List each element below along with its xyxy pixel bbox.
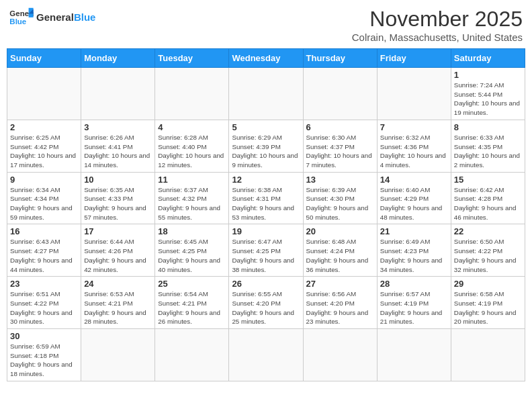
day-number: 14 [380, 175, 448, 185]
day-number: 6 [306, 122, 374, 132]
month-title: November 2025 [352, 7, 523, 32]
calendar-cell: 9Sunrise: 6:34 AM Sunset: 4:34 PM Daylig… [7, 172, 81, 224]
day-number: 11 [158, 175, 226, 185]
calendar-cell: 12Sunrise: 6:38 AM Sunset: 4:31 PM Dayli… [229, 172, 303, 224]
day-number: 24 [84, 279, 152, 289]
day-info: Sunrise: 6:45 AM Sunset: 4:25 PM Dayligh… [158, 237, 226, 274]
day-info: Sunrise: 6:50 AM Sunset: 4:22 PM Dayligh… [454, 237, 522, 274]
day-number: 12 [232, 175, 300, 185]
calendar-cell [155, 329, 229, 381]
calendar-cell: 7Sunrise: 6:32 AM Sunset: 4:36 PM Daylig… [377, 120, 451, 172]
calendar-cell [229, 68, 303, 120]
day-number: 8 [454, 122, 522, 132]
day-number: 1 [454, 70, 522, 80]
day-info: Sunrise: 6:37 AM Sunset: 4:32 PM Dayligh… [158, 185, 226, 222]
calendar-header-row: SundayMondayTuesdayWednesdayThursdayFrid… [7, 49, 525, 68]
day-number: 9 [10, 175, 78, 185]
day-number: 10 [84, 175, 152, 185]
calendar-cell [377, 329, 451, 381]
day-of-week-header: Tuesday [155, 49, 229, 68]
calendar-cell: 8Sunrise: 6:33 AM Sunset: 4:35 PM Daylig… [451, 120, 525, 172]
day-of-week-header: Sunday [7, 49, 81, 68]
day-of-week-header: Monday [81, 49, 155, 68]
day-info: Sunrise: 6:58 AM Sunset: 4:19 PM Dayligh… [454, 289, 522, 326]
location-title: Colrain, Massachusetts, United States [352, 32, 523, 43]
title-area: November 2025 Colrain, Massachusetts, Un… [352, 7, 523, 43]
day-info: Sunrise: 6:44 AM Sunset: 4:26 PM Dayligh… [84, 237, 152, 274]
calendar-cell: 24Sunrise: 6:53 AM Sunset: 4:21 PM Dayli… [81, 277, 155, 329]
calendar-cell: 6Sunrise: 6:30 AM Sunset: 4:37 PM Daylig… [303, 120, 377, 172]
day-number: 23 [10, 279, 78, 289]
calendar-cell [451, 329, 525, 381]
day-number: 2 [10, 122, 78, 132]
calendar-cell [303, 68, 377, 120]
day-info: Sunrise: 6:47 AM Sunset: 4:25 PM Dayligh… [232, 237, 300, 274]
day-info: Sunrise: 6:53 AM Sunset: 4:21 PM Dayligh… [84, 289, 152, 326]
day-info: Sunrise: 6:49 AM Sunset: 4:23 PM Dayligh… [380, 237, 448, 274]
calendar-cell: 18Sunrise: 6:45 AM Sunset: 4:25 PM Dayli… [155, 224, 229, 277]
day-info: Sunrise: 7:24 AM Sunset: 5:44 PM Dayligh… [454, 81, 522, 118]
calendar-cell: 4Sunrise: 6:28 AM Sunset: 4:40 PM Daylig… [155, 120, 229, 172]
svg-text:Blue: Blue [9, 17, 26, 26]
day-info: Sunrise: 6:29 AM Sunset: 4:39 PM Dayligh… [232, 133, 300, 170]
day-info: Sunrise: 6:43 AM Sunset: 4:27 PM Dayligh… [10, 237, 78, 274]
calendar-week-row: 16Sunrise: 6:43 AM Sunset: 4:27 PM Dayli… [7, 224, 525, 277]
day-info: Sunrise: 6:33 AM Sunset: 4:35 PM Dayligh… [454, 133, 522, 170]
day-number: 7 [380, 122, 448, 132]
calendar-cell: 23Sunrise: 6:51 AM Sunset: 4:22 PM Dayli… [7, 277, 81, 329]
calendar-cell [81, 68, 155, 120]
day-info: Sunrise: 6:40 AM Sunset: 4:29 PM Dayligh… [380, 185, 448, 222]
logo: General Blue GeneralBlue [9, 7, 95, 27]
day-info: Sunrise: 6:55 AM Sunset: 4:20 PM Dayligh… [232, 289, 300, 326]
day-info: Sunrise: 6:48 AM Sunset: 4:24 PM Dayligh… [306, 237, 374, 274]
calendar-cell [155, 68, 229, 120]
calendar-cell: 3Sunrise: 6:26 AM Sunset: 4:41 PM Daylig… [81, 120, 155, 172]
day-info: Sunrise: 6:28 AM Sunset: 4:40 PM Dayligh… [158, 133, 226, 170]
calendar-cell: 13Sunrise: 6:39 AM Sunset: 4:30 PM Dayli… [303, 172, 377, 224]
calendar-cell [377, 68, 451, 120]
calendar-week-row: 23Sunrise: 6:51 AM Sunset: 4:22 PM Dayli… [7, 277, 525, 329]
day-info: Sunrise: 6:59 AM Sunset: 4:18 PM Dayligh… [10, 342, 78, 379]
day-info: Sunrise: 6:35 AM Sunset: 4:33 PM Dayligh… [84, 185, 152, 222]
calendar-cell [7, 68, 81, 120]
calendar-cell: 1Sunrise: 7:24 AM Sunset: 5:44 PM Daylig… [451, 68, 525, 120]
day-info: Sunrise: 6:32 AM Sunset: 4:36 PM Dayligh… [380, 133, 448, 170]
calendar-week-row: 9Sunrise: 6:34 AM Sunset: 4:34 PM Daylig… [7, 172, 525, 224]
day-number: 15 [454, 175, 522, 185]
day-info: Sunrise: 6:38 AM Sunset: 4:31 PM Dayligh… [232, 185, 300, 222]
calendar-cell: 14Sunrise: 6:40 AM Sunset: 4:29 PM Dayli… [377, 172, 451, 224]
day-of-week-header: Friday [377, 49, 451, 68]
calendar-table: SundayMondayTuesdayWednesdayThursdayFrid… [7, 48, 525, 381]
calendar-cell: 10Sunrise: 6:35 AM Sunset: 4:33 PM Dayli… [81, 172, 155, 224]
page-header: General Blue GeneralBlue November 2025 C… [7, 7, 525, 43]
calendar-cell: 15Sunrise: 6:42 AM Sunset: 4:28 PM Dayli… [451, 172, 525, 224]
day-number: 20 [306, 226, 374, 236]
calendar-cell [229, 329, 303, 381]
calendar-cell: 27Sunrise: 6:56 AM Sunset: 4:20 PM Dayli… [303, 277, 377, 329]
day-number: 27 [306, 279, 374, 289]
day-info: Sunrise: 6:26 AM Sunset: 4:41 PM Dayligh… [84, 133, 152, 170]
day-info: Sunrise: 6:25 AM Sunset: 4:42 PM Dayligh… [10, 133, 78, 170]
calendar-week-row: 1Sunrise: 7:24 AM Sunset: 5:44 PM Daylig… [7, 68, 525, 120]
day-of-week-header: Wednesday [229, 49, 303, 68]
day-number: 3 [84, 122, 152, 132]
day-info: Sunrise: 6:34 AM Sunset: 4:34 PM Dayligh… [10, 185, 78, 222]
day-number: 18 [158, 226, 226, 236]
day-info: Sunrise: 6:42 AM Sunset: 4:28 PM Dayligh… [454, 185, 522, 222]
calendar-cell: 28Sunrise: 6:57 AM Sunset: 4:19 PM Dayli… [377, 277, 451, 329]
day-number: 16 [10, 226, 78, 236]
day-number: 29 [454, 279, 522, 289]
day-of-week-header: Thursday [303, 49, 377, 68]
calendar-cell: 16Sunrise: 6:43 AM Sunset: 4:27 PM Dayli… [7, 224, 81, 277]
calendar-cell: 25Sunrise: 6:54 AM Sunset: 4:21 PM Dayli… [155, 277, 229, 329]
day-number: 21 [380, 226, 448, 236]
day-info: Sunrise: 6:57 AM Sunset: 4:19 PM Dayligh… [380, 289, 448, 326]
calendar-cell [81, 329, 155, 381]
day-info: Sunrise: 6:56 AM Sunset: 4:20 PM Dayligh… [306, 289, 374, 326]
calendar-cell: 19Sunrise: 6:47 AM Sunset: 4:25 PM Dayli… [229, 224, 303, 277]
calendar-cell: 22Sunrise: 6:50 AM Sunset: 4:22 PM Dayli… [451, 224, 525, 277]
day-number: 26 [232, 279, 300, 289]
day-number: 28 [380, 279, 448, 289]
calendar-cell: 29Sunrise: 6:58 AM Sunset: 4:19 PM Dayli… [451, 277, 525, 329]
calendar-cell: 30Sunrise: 6:59 AM Sunset: 4:18 PM Dayli… [7, 329, 81, 381]
